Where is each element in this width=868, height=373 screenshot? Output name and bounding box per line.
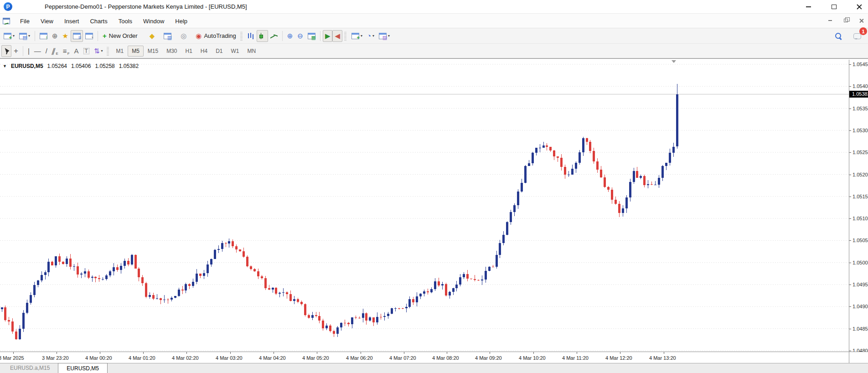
zoom-in-button[interactable]: ⊕ — [285, 30, 295, 42]
time-tick — [13, 352, 14, 354]
fibonacci-button[interactable]: ≡F — [61, 45, 72, 57]
templates-icon: ▨ — [379, 33, 387, 39]
crosshair-button[interactable]: + — [11, 45, 21, 57]
chart-plot-area[interactable]: ▼ EURUSD,M5 1.05264 1.05406 1.05258 1.05… — [0, 60, 849, 352]
time-scale[interactable]: 3 Mar 20253 Mar 23:204 Mar 00:204 Mar 01… — [0, 352, 849, 363]
time-tick — [533, 352, 534, 354]
market-watch-button[interactable]: ↑ — [37, 30, 50, 42]
templates-dropdown-icon[interactable]: ▾ — [388, 34, 390, 38]
close-button[interactable] — [853, 2, 865, 12]
child-minimize-button[interactable] — [825, 16, 835, 25]
arrows-icon: ⇅ — [94, 47, 100, 54]
strategy-tester-button[interactable]: ◔ — [83, 30, 95, 42]
strategy-tester-glyph: ◔ — [90, 35, 93, 40]
line-chart-mode-icon — [270, 33, 278, 39]
chart-shift-marker[interactable] — [672, 60, 676, 63]
toolbar-grip[interactable] — [344, 31, 346, 41]
text-label-button[interactable]: T — [81, 45, 92, 57]
menu-view[interactable]: View — [35, 16, 59, 27]
price-label: 1.05450 — [852, 62, 868, 67]
drawing-toolbar: +|—/∥E≡FAT⇅▾M1M5M15M30H1H4D1W1MN — [0, 44, 868, 58]
cursor-icon — [4, 47, 9, 54]
chart-shift-button[interactable]: ◀ — [332, 30, 342, 42]
templates-button[interactable]: ▨▾ — [377, 30, 392, 42]
tile-windows-glyph: ▦ — [311, 35, 316, 40]
timeframe-h1[interactable]: H1 — [181, 46, 196, 57]
data-window-button[interactable]: ⊕ — [50, 30, 60, 42]
templates-glyph: ▨ — [382, 35, 387, 40]
maximize-button[interactable] — [828, 2, 840, 12]
text-label-icon: T — [83, 48, 89, 54]
menu-window[interactable]: Window — [138, 16, 170, 27]
price-scale[interactable]: 1.054501.054001.053501.053001.052501.052… — [849, 60, 868, 352]
timeframe-mn[interactable]: MN — [243, 46, 260, 57]
tile-windows-button[interactable]: ▦ — [305, 30, 318, 42]
new-chart-dropdown-icon[interactable]: ▾ — [13, 34, 15, 38]
indicators-dropdown-icon[interactable]: ▾ — [361, 34, 362, 38]
menu-tools[interactable]: Tools — [113, 16, 138, 27]
toolbar-grip[interactable] — [240, 31, 243, 41]
time-label: 4 Mar 05:20 — [302, 355, 329, 361]
child-close-button[interactable] — [856, 16, 866, 25]
text-button[interactable]: A — [72, 45, 81, 57]
timeframe-m15[interactable]: M15 — [144, 46, 162, 57]
bid-price-box: 1.05382 — [849, 91, 868, 98]
minimize-button[interactable] — [802, 2, 814, 12]
menu-file[interactable]: File — [15, 16, 35, 27]
profiles-dropdown-icon[interactable]: ▾ — [28, 34, 30, 38]
bar-chart-mode-button[interactable] — [245, 30, 257, 42]
notifications-button[interactable]: 1 — [851, 30, 863, 42]
menu-charts[interactable]: Charts — [84, 16, 113, 27]
profiles-button[interactable]: ▤▾ — [17, 30, 32, 42]
chart-tab-eurusd-a-m15[interactable]: EURUSD.a,M15 — [2, 363, 58, 373]
trendline-button[interactable]: / — [43, 45, 50, 57]
timeframe-d1[interactable]: D1 — [212, 46, 227, 57]
chart-shift-icon: ◀ — [335, 32, 340, 39]
cursor-button[interactable] — [1, 45, 11, 57]
autotrading-button[interactable]: ◉AutoTrading — [193, 30, 238, 42]
price-tick — [849, 306, 851, 307]
timeframe-h4[interactable]: H4 — [196, 46, 212, 57]
time-label: 4 Mar 02:20 — [172, 355, 199, 361]
chart-tab-eurusd-m5[interactable]: EURUSD,M5 — [58, 363, 108, 373]
time-label: 3 Mar 2025 — [0, 355, 24, 361]
time-label: 4 Mar 03:20 — [216, 355, 243, 361]
auto-scroll-button[interactable]: ▶ — [323, 30, 333, 42]
candlestick-mode-button[interactable] — [257, 30, 268, 42]
line-chart-mode-button[interactable] — [268, 30, 280, 42]
timeframe-w1[interactable]: W1 — [227, 46, 243, 57]
fibonacci-sub-label: F — [67, 52, 70, 56]
indicators-button[interactable]: +▾ — [349, 30, 365, 42]
periods-dropdown-icon[interactable]: ▾ — [372, 34, 374, 38]
periods-button[interactable]: ◔▾ — [365, 30, 377, 42]
child-restore-button[interactable] — [841, 16, 851, 25]
arrows-dropdown-icon[interactable]: ▾ — [101, 49, 103, 53]
time-label: 4 Mar 04:20 — [259, 355, 286, 361]
timeframe-m5[interactable]: M5 — [128, 46, 144, 57]
news-button[interactable]: ◎ — [178, 30, 189, 42]
fibonacci-icon: ≡ — [63, 47, 67, 54]
metaeditor-button[interactable]: ◆ — [147, 30, 157, 42]
toolbar-grip[interactable] — [107, 47, 109, 56]
terminal-button[interactable]: ≡ — [71, 30, 83, 42]
horizontal-line-button[interactable]: — — [32, 45, 43, 57]
navigator-button[interactable]: ★ — [60, 30, 71, 42]
time-tick — [361, 352, 361, 354]
candlestick-chart — [0, 60, 849, 352]
timeframe-m1[interactable]: M1 — [112, 46, 128, 57]
zoom-out-button[interactable]: ⊖ — [295, 30, 305, 42]
candlestick-mode-icon — [259, 33, 266, 39]
search-button[interactable] — [832, 30, 845, 42]
mql5-community-button[interactable]: ▥ — [161, 30, 174, 42]
new-chart-button[interactable]: +▾ — [1, 30, 17, 42]
vertical-line-button[interactable]: | — [26, 45, 32, 57]
periods-icon: ◔ — [367, 32, 371, 39]
toolbar-right-group: 1 — [832, 28, 863, 44]
timeframe-m30[interactable]: M30 — [162, 46, 181, 57]
equidistant-channel-button[interactable]: ∥E — [50, 45, 61, 57]
menu-insert[interactable]: Insert — [59, 16, 85, 27]
arrows-button[interactable]: ⇅▾ — [92, 45, 105, 57]
new-order-button[interactable]: +New Order — [100, 30, 140, 42]
menu-help[interactable]: Help — [170, 16, 193, 27]
price-tick — [849, 152, 851, 153]
